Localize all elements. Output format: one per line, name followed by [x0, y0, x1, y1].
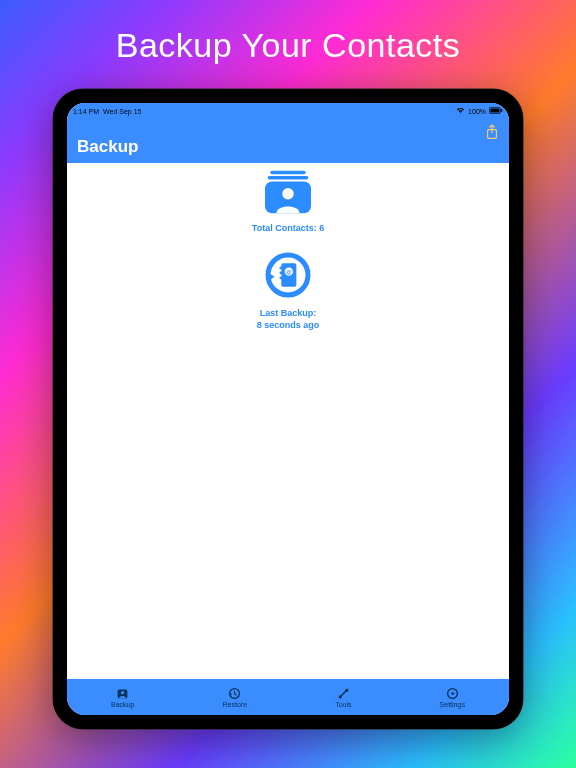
last-backup-line1: Last Backup: — [260, 308, 317, 318]
battery-icon — [489, 107, 503, 115]
svg-point-16 — [121, 691, 124, 694]
tab-settings-label: Settings — [440, 701, 465, 708]
svg-text:@: @ — [286, 269, 292, 275]
svg-rect-4 — [270, 171, 305, 175]
tab-tools[interactable]: Tools — [335, 686, 351, 708]
contacts-icon — [261, 169, 315, 219]
last-backup-label: Last Backup: 8 seconds ago — [257, 308, 320, 331]
tab-bar: Backup Restore Tools — [67, 679, 509, 715]
total-contacts-card[interactable]: Total Contacts: 6 — [252, 169, 324, 234]
svg-rect-2 — [501, 109, 502, 112]
tools-tab-icon — [336, 686, 350, 700]
status-date: Wed Sep 15 — [103, 108, 141, 115]
svg-rect-5 — [268, 176, 309, 180]
status-right: 100% — [456, 107, 503, 115]
status-left: 1:14 PM Wed Sep 15 — [73, 108, 141, 115]
settings-tab-icon — [445, 686, 459, 700]
last-backup-line2: 8 seconds ago — [257, 320, 320, 330]
svg-rect-12 — [280, 277, 283, 280]
status-time: 1:14 PM — [73, 108, 99, 115]
battery-text: 100% — [468, 108, 486, 115]
page-title: Backup — [77, 137, 138, 157]
tab-settings[interactable]: Settings — [440, 686, 465, 708]
content-area: Total Contacts: 6 @ — [67, 163, 509, 679]
wifi-icon — [456, 107, 465, 115]
promo-title: Backup Your Contacts — [116, 26, 461, 65]
share-button[interactable] — [483, 123, 501, 141]
svg-point-18 — [345, 688, 348, 691]
svg-rect-11 — [280, 272, 283, 275]
svg-point-19 — [338, 695, 341, 698]
restore-backup-icon: @ — [263, 250, 313, 304]
nav-bar: Backup — [67, 119, 509, 163]
last-backup-card[interactable]: @ Last Backup: 8 seconds ago — [257, 250, 320, 331]
share-icon — [485, 124, 499, 140]
device-screen: 1:14 PM Wed Sep 15 100% Backup — [67, 103, 509, 715]
svg-rect-10 — [280, 267, 283, 270]
tab-restore-label: Restore — [223, 701, 248, 708]
svg-point-7 — [282, 188, 294, 200]
ipad-frame: 1:14 PM Wed Sep 15 100% Backup — [53, 89, 523, 729]
status-bar: 1:14 PM Wed Sep 15 100% — [67, 103, 509, 119]
backup-tab-icon — [116, 686, 130, 700]
tab-tools-label: Tools — [335, 701, 351, 708]
tab-backup[interactable]: Backup — [111, 686, 134, 708]
gradient-background: Backup Your Contacts 1:14 PM Wed Sep 15 … — [0, 0, 576, 768]
tab-restore[interactable]: Restore — [223, 686, 248, 708]
total-contacts-label: Total Contacts: 6 — [252, 223, 324, 234]
svg-rect-1 — [490, 108, 499, 112]
tab-backup-label: Backup — [111, 701, 134, 708]
restore-tab-icon — [228, 686, 242, 700]
